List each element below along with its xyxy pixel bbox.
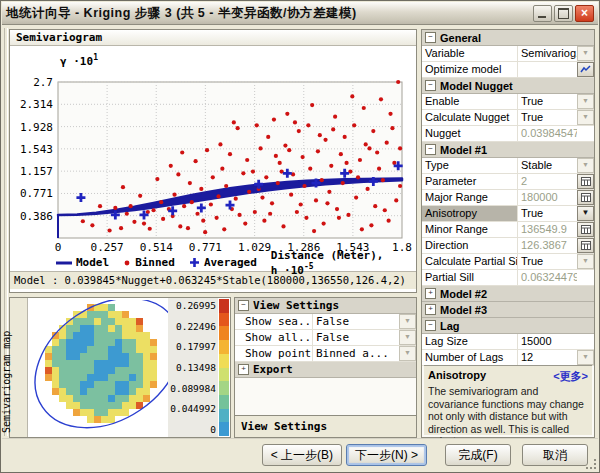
dropdown-button[interactable]: ▼ xyxy=(577,94,594,109)
collapse-icon[interactable]: − xyxy=(425,80,436,91)
finish-button[interactable]: 完成(F) xyxy=(445,444,511,466)
minimize-button[interactable] xyxy=(533,5,552,22)
property-group-header[interactable]: −Lag xyxy=(422,318,594,334)
property-label[interactable]: Partial Sill xyxy=(422,270,518,285)
calculator-button[interactable] xyxy=(577,174,594,189)
svg-text:1.157: 1.157 xyxy=(20,165,53,178)
property-value[interactable]: True xyxy=(518,110,577,125)
chart-legend: Model Binned Averaged Distance (Meter), … xyxy=(10,254,416,271)
collapse-icon[interactable]: − xyxy=(425,144,436,155)
minimize-icon xyxy=(538,16,546,18)
property-group-header[interactable]: +Export xyxy=(235,362,416,378)
collapse-icon[interactable]: − xyxy=(425,320,436,331)
property-label[interactable]: Show all... xyxy=(235,330,313,345)
property-label[interactable]: Optimize model xyxy=(422,62,518,77)
property-value[interactable]: Binned a... xyxy=(313,346,399,361)
calculator-button[interactable] xyxy=(577,222,594,237)
dropdown-button[interactable]: ▼ xyxy=(399,346,416,361)
property-label[interactable]: Lag Size xyxy=(422,334,518,349)
panel-title: Semivariogram xyxy=(16,31,102,44)
next-button[interactable]: 下一步(N) > xyxy=(346,444,427,466)
property-label[interactable]: Major Range xyxy=(422,190,518,205)
property-label[interactable]: Enable xyxy=(422,94,518,109)
dropdown-button[interactable]: ▼ xyxy=(577,158,594,173)
property-label[interactable]: Calculate Partial Sill xyxy=(422,254,518,269)
property-value[interactable]: 12 xyxy=(518,350,577,365)
property-group-header[interactable]: +Model #3 xyxy=(422,302,594,318)
group-label: General xyxy=(440,32,481,44)
calculator-button[interactable] xyxy=(577,190,594,205)
property-control: ▼ xyxy=(577,158,594,173)
optimize-model-button[interactable] xyxy=(577,62,594,77)
group-label: Lag xyxy=(440,320,460,332)
property-value[interactable]: 15000 xyxy=(518,334,577,349)
property-label[interactable]: Type xyxy=(422,158,518,173)
property-row: Show sea...False▼ xyxy=(235,314,416,330)
property-value[interactable]: 0.03984547 xyxy=(518,126,577,141)
dropdown-button[interactable]: ▼ xyxy=(577,206,594,221)
property-label[interactable]: Minor Range xyxy=(422,222,518,237)
description-box: Anisotropy <更多> The semivariogram and co… xyxy=(424,365,592,435)
property-value[interactable]: Stable xyxy=(518,158,577,173)
dropdown-button[interactable]: ▼ xyxy=(399,330,416,345)
dropdown-button[interactable]: ▼ xyxy=(577,254,594,269)
property-value[interactable]: 0.06324479 xyxy=(518,270,577,285)
title-bar[interactable]: 地统计向导 - Kriging 步骤 3 (共 5 - 半变异函数/协方差建模)… xyxy=(2,2,598,25)
scale-value: 0 xyxy=(210,424,216,435)
property-row: Lag Size15000 xyxy=(422,334,594,350)
ramp-segment xyxy=(219,368,229,382)
svg-text:0.771: 0.771 xyxy=(189,241,222,254)
property-value[interactable]: True xyxy=(518,254,577,269)
property-value[interactable]: 136549.9 xyxy=(518,222,577,237)
resize-grip[interactable] xyxy=(585,458,597,470)
cancel-button[interactable]: 取消 xyxy=(522,444,588,466)
dropdown-button[interactable]: ▼ xyxy=(577,350,594,365)
dropdown-button[interactable]: ▼ xyxy=(399,314,416,329)
property-control: ▼ xyxy=(399,330,416,345)
property-group-header[interactable]: −Model Nugget xyxy=(422,78,594,94)
property-value[interactable]: True xyxy=(518,206,577,221)
dropdown-button[interactable]: ▼ xyxy=(577,46,594,61)
ramp-segment xyxy=(219,395,229,409)
property-group-header[interactable]: −View Settings xyxy=(235,298,416,314)
property-value[interactable]: Semivariog... xyxy=(518,46,577,61)
calculator-button[interactable] xyxy=(577,238,594,253)
property-control xyxy=(577,270,594,285)
property-label[interactable]: Number of Lags xyxy=(422,350,518,365)
collapse-icon[interactable]: − xyxy=(425,32,436,43)
collapse-icon[interactable]: − xyxy=(238,300,249,311)
property-group-header[interactable]: +Model #2 xyxy=(422,286,594,302)
view-settings-footer[interactable]: View Settings xyxy=(235,415,416,437)
more-link[interactable]: <更多> xyxy=(553,369,588,384)
dropdown-button[interactable]: ▼ xyxy=(577,110,594,125)
maximize-button[interactable] xyxy=(554,5,573,22)
property-label[interactable]: Parameter xyxy=(422,174,518,189)
property-value[interactable]: False xyxy=(313,330,399,345)
semivariogram-panel: Semivariogram γ ·101 00.2570.5140.7711.0… xyxy=(9,29,417,293)
property-value[interactable]: 2 xyxy=(518,174,577,189)
semivariogram-chart[interactable]: 00.2570.5140.7711.0291.2861.5431.82.72.3… xyxy=(10,68,412,254)
property-value[interactable]: True xyxy=(518,94,577,109)
semivariogram-map[interactable] xyxy=(28,300,188,434)
ramp-segment xyxy=(219,340,229,354)
legend-binned: Binned xyxy=(123,256,175,269)
property-label[interactable]: Calculate Nugget xyxy=(422,110,518,125)
property-group-header[interactable]: −Model #1 xyxy=(422,142,594,158)
property-value[interactable]: 180000 xyxy=(518,190,577,205)
property-label[interactable]: Nugget xyxy=(422,126,518,141)
property-label[interactable]: Variable xyxy=(422,46,518,61)
property-label[interactable]: Anisotropy xyxy=(422,206,518,221)
property-group-header[interactable]: −General xyxy=(422,30,594,46)
close-button[interactable]: × xyxy=(575,5,594,22)
expand-icon[interactable]: + xyxy=(238,364,249,375)
model-line-icon xyxy=(56,260,72,266)
property-label[interactable]: Direction xyxy=(422,238,518,253)
property-label[interactable]: Show sea... xyxy=(235,314,313,329)
property-value[interactable] xyxy=(518,62,577,77)
expand-icon[interactable]: + xyxy=(425,288,436,299)
property-value[interactable]: 126.3867 xyxy=(518,238,577,253)
expand-icon[interactable]: + xyxy=(425,304,436,315)
property-value[interactable]: False xyxy=(313,314,399,329)
back-button[interactable]: < 上一步(B) xyxy=(262,444,342,466)
property-label[interactable]: Show points xyxy=(235,346,313,361)
